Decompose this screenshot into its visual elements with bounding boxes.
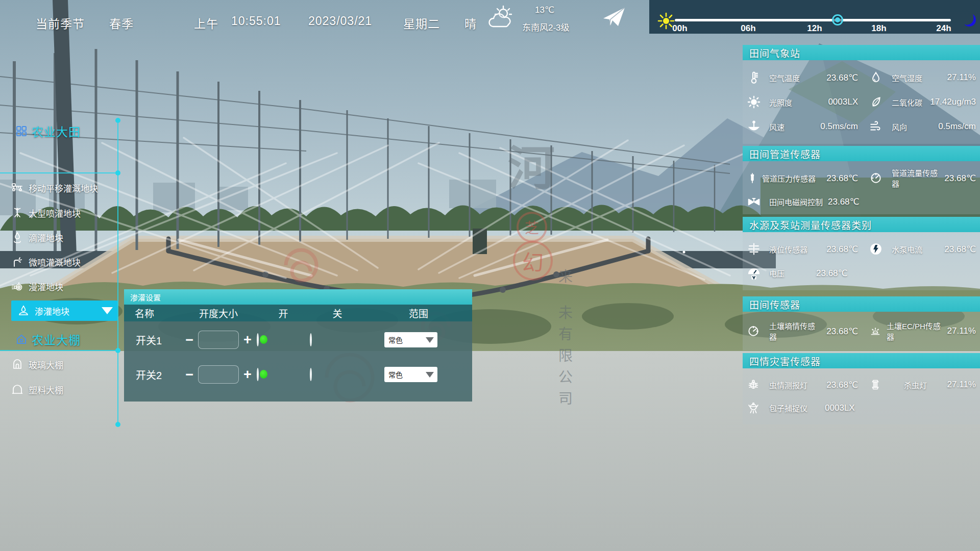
column-on: 开 bbox=[257, 306, 310, 320]
section-header-field[interactable]: 农业大田 bbox=[15, 122, 81, 140]
sensor-value: 23.68℃ bbox=[823, 380, 858, 390]
off-radio[interactable] bbox=[310, 333, 312, 346]
opening-size-input[interactable] bbox=[198, 365, 239, 384]
sensor-value: 23.68℃ bbox=[941, 244, 976, 255]
top-status-bar: 当前季节 春季 上午 10:55:01 2023/03/21 星期二 晴 13℃… bbox=[0, 0, 649, 34]
home-icon bbox=[15, 333, 28, 345]
sensor-row: 空气温度 23.68℃ 空气湿度 27.11% bbox=[743, 70, 980, 85]
grid-icon bbox=[15, 125, 28, 137]
time-slider-track[interactable] bbox=[675, 19, 951, 21]
increase-button[interactable]: + bbox=[243, 369, 252, 380]
sensor-label: 管道压力传感器 bbox=[762, 173, 821, 184]
time-slider-handle[interactable] bbox=[832, 14, 843, 26]
sidebar-item-seepage[interactable]: 渗灌地块 bbox=[11, 300, 102, 321]
light-sun-icon bbox=[747, 95, 767, 109]
sensor-label: 包子捕捉仪 bbox=[769, 403, 807, 413]
voltage-icon bbox=[747, 266, 767, 281]
switch-row-1: 开关1 − + 常色 bbox=[124, 322, 472, 357]
time-tick-12h: 12h bbox=[807, 23, 822, 34]
dialog-table-header: 名称 开度大小 开 关 范围 bbox=[124, 305, 472, 321]
sidebar-item-label: 移动平移灌溉地块 bbox=[29, 182, 98, 194]
sensor-label: 风向 bbox=[892, 121, 933, 132]
sidebar-item-label: 渗灌地块 bbox=[35, 305, 69, 317]
increase-button[interactable]: + bbox=[243, 335, 252, 345]
sidebar-item-large-sprinkler[interactable]: 大型喷灌地块 bbox=[11, 203, 81, 223]
sensor-value: 0.5ms/cm bbox=[935, 121, 976, 132]
sensor-label: 空气温度 bbox=[769, 72, 821, 83]
sensor-label: 水泵电流 bbox=[892, 244, 939, 255]
panel-header: 田间传感器 bbox=[743, 296, 980, 312]
sensor-row: 包子捕捉仪 0003LX bbox=[743, 402, 980, 415]
section-title: 农业大田 bbox=[32, 122, 81, 140]
thermometer-icon bbox=[747, 70, 767, 85]
sidebar-node bbox=[115, 422, 120, 427]
decrease-button[interactable]: − bbox=[185, 369, 193, 380]
time-of-day-slider-panel: 00h 06h 12h 18h 24h bbox=[649, 0, 980, 34]
time-tick-06h: 06h bbox=[741, 23, 755, 34]
sensor-label: 电压 bbox=[769, 268, 785, 279]
sidebar-item-micro-spray[interactable]: 微喷灌溉地块 bbox=[11, 252, 81, 272]
paper-plane-icon[interactable] bbox=[602, 6, 626, 29]
sidebar-divider-line bbox=[0, 350, 118, 351]
weekday-label: 星期二 bbox=[403, 14, 440, 32]
dialog-title: 渗灌设置 bbox=[130, 292, 161, 303]
soil-ecph-icon bbox=[869, 325, 885, 337]
sidebar-item-label: 滴灌地块 bbox=[29, 231, 63, 244]
seepage-irrigation-icon bbox=[17, 305, 30, 317]
on-radio[interactable] bbox=[257, 368, 259, 381]
drip-irrigation-icon bbox=[11, 231, 23, 243]
sidebar-item-glass-greenhouse[interactable]: 玻璃大棚 bbox=[11, 354, 63, 374]
range-select[interactable]: 常色 bbox=[384, 332, 437, 347]
sensor-label: 二氧化碳 bbox=[892, 97, 925, 108]
time-tick-18h: 18h bbox=[871, 23, 886, 34]
sidebar-item-plastic-greenhouse[interactable]: 塑料大棚 bbox=[11, 379, 63, 399]
off-radio[interactable] bbox=[310, 368, 312, 381]
temperature-label: 13℃ bbox=[535, 5, 554, 15]
sensor-row: 光照度 0003LX 二氧化碳 17.42ug/m3 bbox=[743, 95, 980, 109]
chevron-down-icon bbox=[426, 337, 434, 343]
panel-header: 四情灾害传感器 bbox=[743, 353, 980, 368]
section-header-greenhouse[interactable]: 农业大棚 bbox=[15, 331, 81, 348]
humidity-drop-icon bbox=[869, 71, 890, 84]
sensor-value: 27.11% bbox=[944, 380, 976, 390]
sensor-value: 23.68℃ bbox=[823, 244, 858, 255]
weather-text: 晴 bbox=[464, 14, 477, 32]
range-select[interactable]: 常色 bbox=[384, 367, 437, 382]
date-label: 2023/03/21 bbox=[308, 14, 372, 28]
sidebar-item-label: 微喷灌溉地块 bbox=[29, 256, 81, 268]
large-sprinkler-icon bbox=[11, 207, 23, 219]
sensor-label: 土壤墒情传感器 bbox=[769, 320, 821, 342]
panel-header: 田间气象站 bbox=[743, 45, 980, 60]
watermark-vertical-text: 未有限公司 bbox=[554, 305, 574, 412]
sensor-row: 风速 0.5ms/cm 风向 0.5ms/cm bbox=[743, 119, 980, 134]
sensor-label: 光照度 bbox=[769, 97, 823, 108]
sidebar-node bbox=[115, 170, 120, 176]
switch-name: 开关1 bbox=[124, 333, 180, 347]
range-selected-value: 常色 bbox=[388, 369, 403, 380]
panel-header: 田间管道传感器 bbox=[743, 146, 980, 161]
flood-irrigation-icon bbox=[11, 280, 23, 292]
sidebar-divider-line bbox=[0, 172, 118, 173]
sidebar-item-mobile-pivot[interactable]: 移动平移灌溉地块 bbox=[11, 178, 98, 198]
sensor-value: 23.68℃ bbox=[823, 173, 858, 184]
on-radio[interactable] bbox=[257, 333, 259, 346]
wind-label: 东南风2-3级 bbox=[522, 20, 570, 33]
sensor-value: 23.68℃ bbox=[823, 72, 858, 83]
seepage-settings-dialog: 渗灌设置 名称 开度大小 开 关 范围 开关1 − + 常色 bbox=[124, 289, 472, 400]
sidebar-item-drip[interactable]: 滴灌地块 bbox=[11, 227, 63, 247]
opening-size-input[interactable] bbox=[198, 331, 239, 349]
decrease-button[interactable]: − bbox=[185, 335, 193, 345]
column-range: 范围 bbox=[365, 306, 472, 320]
sensor-value: 23.68℃ bbox=[941, 173, 976, 184]
column-name: 名称 bbox=[124, 306, 180, 320]
sensor-row: 液位传感器 23.68℃ 水泵电流 23.68℃ bbox=[743, 242, 980, 256]
seepage-dropdown-arrow[interactable] bbox=[97, 300, 117, 321]
sensor-value: 23.68℃ bbox=[825, 196, 860, 207]
sensor-value: 0003LX bbox=[825, 97, 858, 107]
watermark-seal-top: 芝 bbox=[517, 212, 547, 242]
sensor-label: 管道流量传感器 bbox=[892, 167, 939, 189]
micro-spray-icon bbox=[11, 256, 23, 268]
panel-disaster-sensors: 四情灾害传感器 虫情测报灯 23.68℃ bbox=[743, 353, 980, 424]
sidebar-item-flood[interactable]: 漫灌地块 bbox=[11, 276, 63, 296]
panel-field-sensors: 田间传感器 土壤墒情传感器 23.68℃ bbox=[743, 296, 980, 350]
